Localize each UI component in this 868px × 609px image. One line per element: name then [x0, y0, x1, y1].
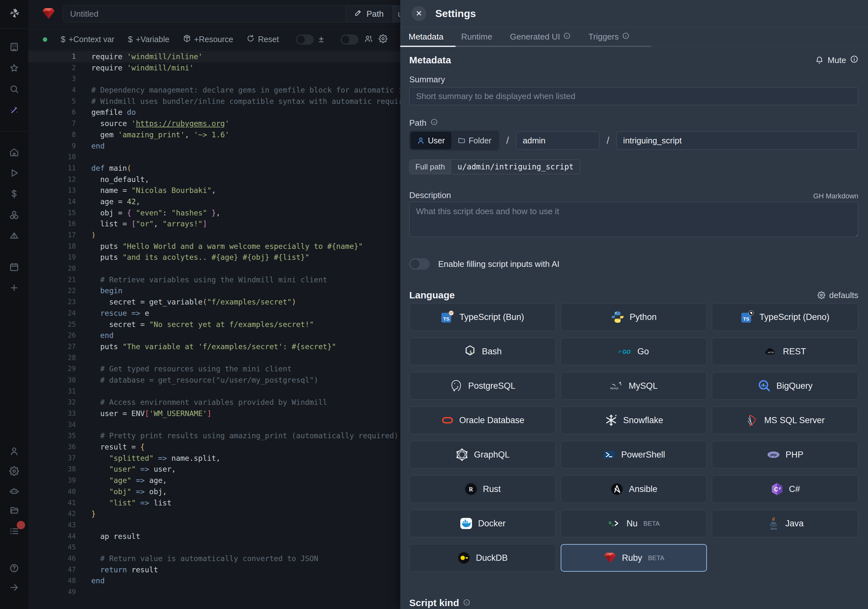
language-button-nu[interactable]: nu Nu BETA — [561, 510, 707, 537]
language-button-mssql[interactable]: MS SQL Server — [712, 406, 858, 434]
language-button-docker[interactable]: Docker — [409, 510, 556, 537]
language-button-mysql[interactable]: MySQL MySQL — [561, 372, 707, 400]
line-number: 46 — [28, 553, 76, 564]
sidebar — [0, 0, 28, 609]
close-icon[interactable]: ✕ — [411, 6, 426, 21]
graphql-icon — [455, 448, 469, 462]
add-variable-button[interactable]: $ +Variable — [128, 34, 169, 44]
defaults-button[interactable]: defaults — [817, 290, 858, 300]
tab-triggers[interactable]: Triggers — [588, 32, 629, 42]
language-button-duckdb[interactable]: DuckDB — [409, 544, 556, 572]
sidebar-item-workspace[interactable] — [9, 42, 19, 52]
collaborators-icon[interactable] — [364, 34, 373, 44]
language-button-java[interactable]: Java Java — [712, 510, 858, 537]
line-number: 33 — [28, 408, 76, 419]
sidebar-item-expand-arrow-icon[interactable] — [9, 583, 19, 592]
line-number: 6 — [28, 107, 76, 118]
tab-runtime[interactable]: Runtime — [461, 32, 492, 42]
owner-kind-user[interactable]: User — [411, 132, 451, 149]
sidebar-item-runs[interactable] — [9, 168, 19, 178]
editor-settings-gear-icon[interactable] — [379, 34, 388, 44]
sidebar-item-folders-icon[interactable] — [9, 505, 19, 515]
collab-toggle[interactable] — [341, 34, 358, 45]
tab-metadata[interactable]: Metadata — [409, 32, 443, 42]
language-button-ansible[interactable]: Ansible — [561, 475, 707, 503]
language-button-python[interactable]: Python — [561, 303, 707, 331]
sidebar-item-calendar[interactable] — [9, 262, 19, 272]
sidebar-item-robot-icon[interactable] — [9, 486, 19, 496]
gear-icon — [817, 291, 825, 299]
language-button-postgresql[interactable]: PostgreSQL — [409, 372, 556, 400]
language-button-rust[interactable]: R Rust — [409, 475, 556, 503]
language-button-typescript-bun[interactable]: TS TypeScript (Bun) — [409, 303, 556, 331]
line-number: 40 — [28, 486, 76, 497]
oracle-icon — [441, 414, 454, 427]
language-button-bigquery[interactable]: BigQuery — [712, 372, 858, 400]
line-number: 27 — [28, 341, 76, 352]
notification-dot — [17, 521, 25, 529]
gh-markdown-label: GH Markdown — [813, 192, 858, 200]
line-number: 15 — [28, 208, 76, 218]
language-button-oracle[interactable]: Oracle Database — [409, 406, 556, 434]
sidebar-item-variables[interactable] — [9, 189, 19, 199]
sidebar-item-search-icon[interactable] — [9, 84, 19, 94]
ai-fill-toggle[interactable] — [409, 258, 430, 270]
line-number: 5 — [28, 96, 76, 107]
info-icon — [563, 32, 570, 42]
language-button-csharp[interactable]: C# C# — [712, 475, 858, 503]
language-button-ruby[interactable]: Ruby BETA — [561, 544, 707, 572]
sidebar-item-ai-wand-icon[interactable] — [9, 105, 19, 115]
sidebar-item-help-icon[interactable] — [9, 563, 19, 573]
language-button-bash[interactable]: $ Bash — [409, 338, 556, 365]
typescript-bun-icon: TS — [441, 310, 454, 324]
sidebar-item-home[interactable] — [9, 147, 19, 157]
add-resource-button[interactable]: +Resource — [183, 34, 233, 44]
line-number: 43 — [28, 520, 76, 531]
language-button-typescript-deno[interactable]: TS TypeScript (Deno) — [712, 303, 858, 331]
script-title-input[interactable] — [63, 5, 358, 23]
nu-icon: nu — [608, 517, 622, 530]
description-textarea[interactable] — [409, 201, 858, 237]
language-button-powershell[interactable]: PowerShell — [561, 441, 707, 468]
line-number: 29 — [28, 363, 76, 375]
svg-text:$: $ — [470, 350, 472, 354]
sidebar-item-user[interactable] — [9, 446, 19, 456]
script-kind-heading: Script kind — [409, 597, 858, 608]
language-button-php[interactable]: php PHP — [712, 441, 858, 468]
full-path: Full path u/admin/intriguing_script — [409, 160, 580, 174]
info-icon — [431, 118, 438, 128]
sidebar-item-schedules-prism[interactable] — [9, 231, 19, 240]
line-number: 23 — [28, 296, 76, 308]
summary-input[interactable] — [409, 87, 858, 105]
owner-input[interactable] — [516, 132, 600, 150]
sidebar-item-add[interactable] — [9, 283, 19, 293]
diff-toggle[interactable] — [296, 34, 314, 45]
language-button-snowflake[interactable]: Snowflake — [561, 406, 707, 434]
windmill-logo-icon[interactable] — [8, 6, 21, 20]
line-number: 24 — [28, 308, 76, 319]
full-path-badge: Full path — [409, 160, 451, 174]
line-number: 36 — [28, 442, 76, 453]
line-number: 9 — [28, 141, 76, 152]
mute-button[interactable]: Mute — [815, 55, 858, 66]
reset-button[interactable]: Reset — [246, 34, 279, 44]
add-context-var-button[interactable]: $ +Context var — [61, 34, 115, 44]
language-button-go[interactable]: GO Go — [561, 338, 707, 365]
line-number: 47 — [28, 564, 76, 576]
path-separator: / — [607, 135, 609, 146]
language-button-graphql[interactable]: GraphQL — [409, 441, 556, 468]
owner-kind-folder[interactable]: Folder — [451, 132, 498, 149]
ansible-icon — [610, 482, 624, 496]
tab-generated-ui[interactable]: Generated UI — [510, 32, 570, 42]
info-icon — [622, 32, 629, 42]
svg-text:php: php — [770, 453, 777, 457]
path-button-label: Path — [366, 9, 384, 19]
script-name-input[interactable] — [616, 132, 858, 150]
sidebar-item-settings-gear-icon[interactable] — [9, 466, 19, 476]
line-number: 37 — [28, 453, 76, 464]
description-label: Description — [409, 191, 451, 200]
sidebar-item-favorites[interactable] — [9, 64, 19, 73]
language-button-rest[interactable]: HTTP REST — [712, 338, 858, 365]
sidebar-item-resources[interactable] — [9, 210, 19, 220]
line-number: 45 — [28, 542, 76, 553]
